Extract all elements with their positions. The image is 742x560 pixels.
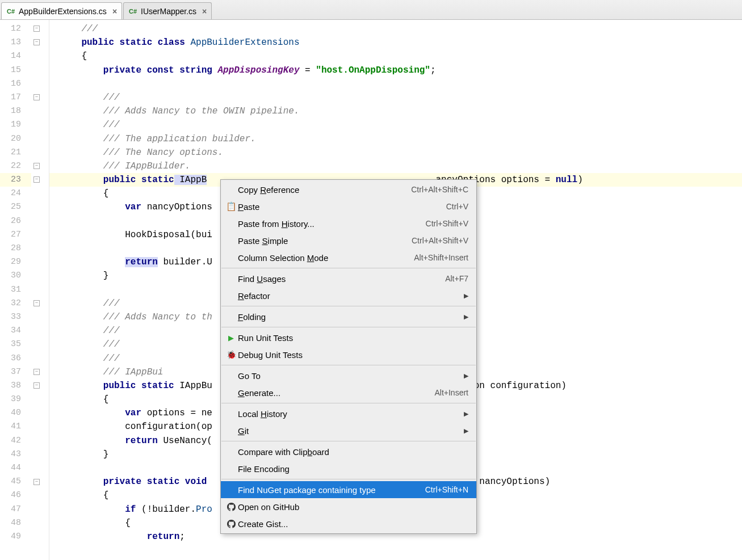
menu-item-file-encoding[interactable]: File Encoding [221, 460, 476, 477]
code-line[interactable]: { [49, 49, 742, 63]
code-line[interactable] [49, 77, 742, 91]
line-number: 14 [0, 49, 31, 63]
line-number: 41 [0, 420, 31, 433]
menu-label: Compare with Clipboard [238, 447, 468, 457]
code-line[interactable]: /// Adds Nancy to the OWIN pipeline. [49, 104, 742, 118]
line-number: 49 [0, 530, 31, 544]
code-line[interactable]: /// IAppBuilder. [49, 159, 742, 173]
line-number: 38 [0, 379, 31, 393]
menu-label: File Encoding [238, 464, 468, 474]
menu-item-paste-from-history[interactable]: Paste from History...Ctrl+Shift+V [221, 215, 476, 232]
menu-item-copy-reference[interactable]: Copy ReferenceCtrl+Alt+Shift+C [221, 181, 476, 198]
menu-item-compare-with-clipboard[interactable]: Compare with Clipboard [221, 443, 476, 460]
menu-item-refactor[interactable]: Refactor▶ [221, 287, 476, 304]
line-number: 36 [0, 352, 31, 365]
line-number: 23 [0, 173, 31, 187]
submenu-arrow-icon: ▶ [464, 292, 468, 300]
menu-label: Column Selection Mode [238, 253, 414, 263]
fold-toggle-icon[interactable]: − [33, 176, 40, 183]
line-number: 34 [0, 324, 31, 338]
menu-label: Paste from History... [238, 219, 426, 229]
code-line[interactable]: private const string AppDisposingKey = "… [49, 64, 742, 77]
menu-separator [221, 479, 476, 479]
menu-label: Paste Simple [238, 236, 412, 246]
submenu-arrow-icon: ▶ [464, 427, 468, 435]
code-line[interactable]: /// The Nancy options. [49, 146, 742, 159]
menu-item-find-usages[interactable]: Find UsagesAlt+F7 [221, 270, 476, 287]
csharp-file-icon: C# [6, 7, 15, 16]
line-number: 45 [0, 475, 31, 489]
code-line[interactable]: /// The application builder. [49, 132, 742, 146]
menu-shortcut: Ctrl+Alt+Shift+V [412, 236, 468, 245]
menu-item-create-gist[interactable]: Create Gist... [221, 515, 476, 532]
line-number: 48 [0, 516, 31, 530]
tab-appbuilderextensions[interactable]: C# AppBuilderExtensions.cs × [1, 2, 122, 19]
line-number: 20 [0, 132, 31, 146]
fold-toggle-icon[interactable]: − [33, 382, 40, 389]
fold-toggle-icon[interactable]: − [33, 94, 40, 100]
tab-label: AppBuilderExtensions.cs [19, 7, 107, 16]
fold-toggle-icon[interactable]: − [33, 369, 40, 375]
menu-label: Open on GitHub [238, 502, 468, 512]
line-number: 21 [0, 146, 31, 159]
close-icon[interactable]: × [202, 7, 207, 16]
menu-separator [221, 268, 476, 268]
menu-shortcut: Ctrl+V [446, 202, 468, 211]
menu-shortcut: Alt+Shift+Insert [414, 253, 468, 262]
menu-shortcut: Ctrl+Shift+V [426, 219, 468, 228]
line-number: 25 [0, 200, 31, 214]
menu-label: Create Gist... [238, 519, 468, 529]
close-icon[interactable]: × [112, 7, 117, 16]
fold-toggle-icon[interactable]: − [33, 300, 40, 306]
menu-item-run-unit-tests[interactable]: ▶Run Unit Tests [221, 329, 476, 346]
menu-item-go-to[interactable]: Go To▶ [221, 367, 476, 384]
menu-item-local-history[interactable]: Local History▶ [221, 405, 476, 422]
menu-label: Generate... [238, 388, 434, 398]
context-menu: Copy ReferenceCtrl+Alt+Shift+C📋PasteCtrl… [220, 179, 477, 534]
code-line[interactable]: /// [49, 22, 742, 36]
line-number: 29 [0, 255, 31, 269]
line-number: 28 [0, 242, 31, 255]
submenu-arrow-icon: ▶ [464, 313, 468, 321]
line-number: 19 [0, 118, 31, 132]
menu-item-column-selection-mode[interactable]: Column Selection ModeAlt+Shift+Insert [221, 249, 476, 266]
line-number: 46 [0, 489, 31, 502]
debug-icon: 🐞 [224, 350, 238, 359]
menu-item-generate[interactable]: Generate...Alt+Insert [221, 384, 476, 401]
menu-shortcut: Ctrl+Shift+N [425, 485, 468, 494]
fold-toggle-icon[interactable]: − [33, 39, 40, 45]
csharp-file-icon: C# [128, 7, 137, 16]
line-number: 24 [0, 187, 31, 200]
menu-separator [221, 365, 476, 365]
line-number: 43 [0, 448, 31, 461]
menu-separator [221, 441, 476, 441]
fold-toggle-icon[interactable]: − [33, 479, 40, 485]
line-number: 42 [0, 434, 31, 448]
menu-label: Folding [238, 312, 459, 322]
menu-item-debug-unit-tests[interactable]: 🐞Debug Unit Tests [221, 346, 476, 363]
paste-icon: 📋 [224, 201, 238, 212]
menu-shortcut: Alt+Insert [434, 388, 468, 397]
fold-toggle-icon[interactable]: − [33, 26, 40, 32]
menu-item-git[interactable]: Git▶ [221, 422, 476, 439]
menu-item-folding[interactable]: Folding▶ [221, 308, 476, 325]
menu-label: Find NuGet package containing type [238, 485, 425, 495]
code-line[interactable]: /// [49, 91, 742, 104]
tab-label: IUserMapper.cs [141, 7, 196, 16]
code-line[interactable]: public static class AppBuilderExtensions [49, 36, 742, 49]
tab-iusermapper[interactable]: C# IUserMapper.cs × [123, 2, 212, 19]
line-number: 26 [0, 214, 31, 228]
submenu-arrow-icon: ▶ [464, 372, 468, 380]
menu-separator [221, 306, 476, 306]
code-line[interactable]: /// [49, 118, 742, 132]
fold-gutter: −−−−−−−−− [31, 20, 49, 560]
menu-item-paste-simple[interactable]: Paste SimpleCtrl+Alt+Shift+V [221, 232, 476, 249]
menu-item-find-nuget-package-containing-type[interactable]: Find NuGet package containing typeCtrl+S… [221, 481, 476, 498]
fold-toggle-icon[interactable]: − [33, 163, 40, 169]
line-number: 47 [0, 503, 31, 516]
menu-item-paste[interactable]: 📋PasteCtrl+V [221, 198, 476, 215]
menu-item-open-on-github[interactable]: Open on GitHub [221, 498, 476, 515]
line-number: 30 [0, 269, 31, 283]
line-number: 31 [0, 283, 31, 297]
line-number: 22 [0, 159, 31, 173]
